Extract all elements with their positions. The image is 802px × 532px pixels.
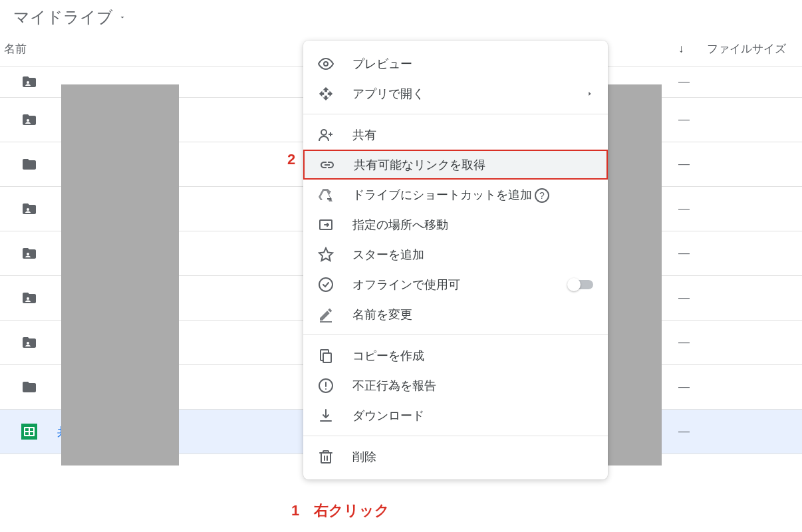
svg-point-0	[27, 81, 29, 84]
link-icon	[319, 157, 335, 173]
shared-folder-icon	[20, 74, 39, 90]
header: マイドライブ	[0, 0, 802, 35]
menu-move-to[interactable]: 指定の場所へ移動	[303, 209, 608, 239]
menu-label: プレビュー	[352, 56, 593, 72]
copy-icon	[318, 348, 334, 364]
eye-icon	[318, 56, 334, 72]
file-size: —	[678, 202, 798, 215]
annotation-step1: 1 右クリック	[291, 501, 390, 521]
menu-delete[interactable]: 削除	[303, 442, 608, 471]
shared-folder-icon	[20, 334, 39, 350]
column-size[interactable]: ↓ ファイルサイズ	[678, 41, 798, 57]
menu-label: 不正行為を報告	[352, 378, 593, 394]
shared-folder-icon	[20, 201, 39, 217]
folder-icon	[20, 379, 39, 395]
offline-toggle[interactable]	[568, 280, 593, 289]
offline-icon	[318, 277, 334, 293]
help-icon[interactable]: ?	[535, 188, 549, 203]
menu-add-shortcut[interactable]: ドライブにショートカットを追加?	[303, 180, 608, 209]
menu-separator	[303, 334, 608, 335]
file-size: —	[678, 291, 798, 305]
rename-icon	[318, 307, 334, 323]
menu-preview[interactable]: プレビュー	[303, 49, 608, 78]
svg-point-6	[324, 62, 328, 66]
dropdown-arrow-icon[interactable]	[118, 13, 126, 21]
report-icon	[318, 378, 334, 394]
menu-offline[interactable]: オフラインで使用可	[303, 269, 608, 299]
menu-label: アプリで開く	[352, 86, 587, 102]
drive-title[interactable]: マイドライブ	[13, 7, 113, 28]
menu-make-copy[interactable]: コピーを作成	[303, 340, 608, 370]
file-size: —	[678, 75, 798, 88]
file-size: —	[678, 158, 798, 171]
menu-separator	[303, 436, 608, 436]
file-size: —	[678, 336, 798, 349]
menu-label: 名前を変更	[352, 307, 593, 323]
menu-label: 共有	[352, 127, 593, 143]
menu-label: ドライブにショートカットを追加?	[352, 187, 593, 203]
star-icon	[318, 247, 334, 263]
svg-point-7	[321, 130, 327, 135]
menu-label: 指定の場所へ移動	[352, 217, 593, 233]
drive-shortcut-icon	[318, 187, 334, 203]
menu-download[interactable]: ダウンロード	[303, 400, 608, 430]
menu-rename[interactable]: 名前を変更	[303, 299, 608, 329]
menu-report[interactable]: 不正行為を報告	[303, 370, 608, 400]
svg-point-2	[27, 208, 29, 211]
svg-marker-9	[319, 248, 333, 261]
menu-open-with[interactable]: アプリで開く	[303, 78, 608, 108]
folder-icon	[20, 156, 39, 172]
trash-icon	[318, 449, 334, 465]
sort-arrow-icon[interactable]: ↓	[678, 43, 684, 56]
menu-label: 削除	[352, 449, 593, 465]
file-size: —	[678, 113, 798, 126]
shared-folder-icon	[20, 245, 39, 261]
file-size: —	[678, 380, 798, 394]
move-to-icon	[318, 217, 334, 233]
menu-label: オフラインで使用可	[352, 277, 568, 293]
svg-rect-11	[323, 353, 331, 362]
menu-add-star[interactable]: スターを追加	[303, 239, 608, 269]
menu-label: 共有可能なリンクを取得	[354, 157, 592, 173]
menu-label: コピーを作成	[352, 348, 593, 364]
context-menu: プレビュー アプリで開く 共有 共有可能なリンクを取得 ドライブにショートカット…	[303, 41, 608, 479]
svg-point-3	[27, 253, 29, 255]
menu-label: スターを追加	[352, 247, 593, 263]
chevron-right-icon	[587, 88, 593, 99]
column-size-label: ファイルサイズ	[707, 41, 786, 57]
download-icon	[318, 408, 334, 424]
file-size: —	[678, 425, 798, 438]
menu-share[interactable]: 共有	[303, 120, 608, 150]
file-size: —	[678, 247, 798, 260]
menu-separator	[303, 114, 608, 114]
shared-folder-icon	[20, 112, 39, 128]
menu-get-link[interactable]: 共有可能なリンクを取得	[303, 150, 608, 180]
svg-point-1	[27, 119, 29, 122]
svg-point-10	[319, 278, 333, 291]
sheets-icon	[20, 424, 39, 440]
shared-folder-icon	[20, 290, 39, 306]
menu-label: ダウンロード	[352, 408, 593, 424]
move-icon	[318, 86, 334, 102]
svg-point-5	[27, 342, 29, 344]
svg-point-4	[27, 297, 29, 300]
person-add-icon	[318, 127, 334, 143]
